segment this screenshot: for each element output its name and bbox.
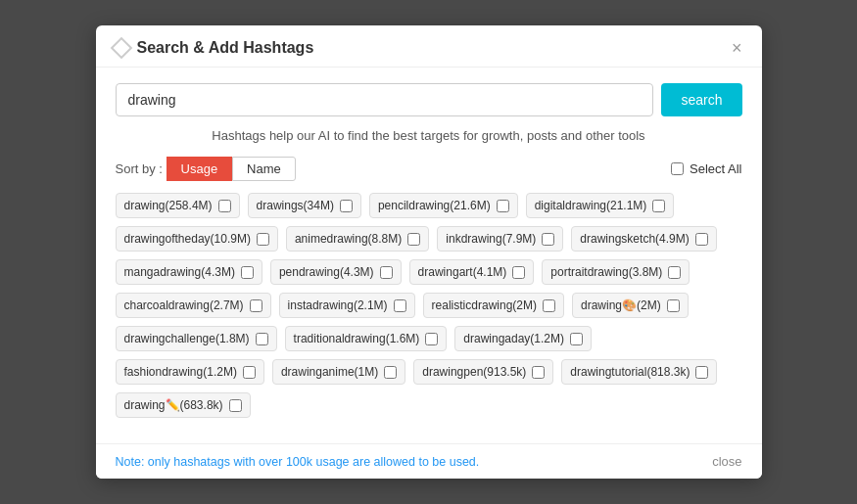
select-all-label: Select All bbox=[690, 161, 741, 176]
hashtag-checkbox[interactable] bbox=[667, 299, 680, 312]
list-item: portraitdrawing(3.8M) bbox=[542, 259, 690, 285]
hashtag-label: drawing🎨(2M) bbox=[581, 298, 661, 312]
hashtag-label: portraitdrawing(3.8M) bbox=[550, 265, 662, 279]
hashtag-checkbox[interactable] bbox=[652, 200, 665, 212]
list-item: drawingtutorial(818.3k) bbox=[561, 359, 717, 385]
hashtag-checkbox[interactable] bbox=[497, 200, 509, 212]
modal-close-button[interactable]: × bbox=[730, 39, 744, 57]
hashtag-checkbox[interactable] bbox=[512, 266, 525, 279]
list-item: inkdrawing(7.9M) bbox=[437, 226, 563, 252]
hashtag-label: drawingart(4.1M) bbox=[418, 265, 507, 279]
hashtag-checkbox[interactable] bbox=[250, 299, 262, 312]
diamond-icon bbox=[110, 37, 132, 60]
list-item: drawingchallenge(1.8M) bbox=[116, 326, 277, 351]
hashtag-checkbox[interactable] bbox=[243, 366, 256, 379]
hashtag-grid: drawing(258.4M)drawings(34M)pencildrawin… bbox=[116, 193, 742, 418]
hashtag-label: drawingaday(1.2M) bbox=[463, 332, 564, 345]
search-input[interactable] bbox=[116, 83, 654, 116]
hashtag-label: drawingoftheday(10.9M) bbox=[124, 232, 251, 246]
hashtag-label: traditionaldrawing(1.6M) bbox=[294, 332, 420, 345]
search-button[interactable]: search bbox=[661, 83, 741, 116]
hashtag-checkbox[interactable] bbox=[394, 299, 406, 312]
hashtag-label: drawingpen(913.5k) bbox=[422, 365, 526, 379]
list-item: pendrawing(4.3M) bbox=[270, 259, 402, 285]
footer-close-button[interactable]: close bbox=[712, 454, 741, 469]
list-item: drawingoftheday(10.9M) bbox=[116, 226, 278, 252]
hashtag-label: drawings(34M) bbox=[257, 199, 334, 212]
list-item: animedrawing(8.8M) bbox=[286, 226, 429, 252]
select-all-checkbox[interactable] bbox=[671, 162, 684, 175]
search-row: search bbox=[116, 83, 742, 116]
list-item: drawings(34M) bbox=[248, 193, 361, 218]
helper-text: Hashtags help our AI to find the best ta… bbox=[116, 128, 742, 143]
hashtag-label: animedrawing(8.8M) bbox=[295, 232, 402, 246]
hashtag-label: charcoaldrawing(2.7M) bbox=[124, 298, 244, 312]
hashtag-checkbox[interactable] bbox=[218, 200, 231, 212]
hashtag-checkbox[interactable] bbox=[256, 333, 268, 345]
hashtag-checkbox[interactable] bbox=[384, 366, 397, 379]
hashtag-checkbox[interactable] bbox=[407, 233, 420, 246]
sort-label: Sort by : bbox=[116, 161, 167, 176]
hashtag-label: drawingtutorial(818.3k) bbox=[570, 365, 690, 379]
list-item: drawingsketch(4.9M) bbox=[571, 226, 716, 252]
hashtag-label: inkdrawing(7.9M) bbox=[446, 232, 536, 246]
select-all-row: Select All bbox=[671, 161, 741, 176]
modal-header: Search & Add Hashtags × bbox=[96, 25, 762, 68]
list-item: charcoaldrawing(2.7M) bbox=[116, 293, 271, 318]
hashtag-label: drawinganime(1M) bbox=[281, 365, 378, 379]
hashtag-checkbox[interactable] bbox=[668, 266, 681, 279]
list-item: realisticdrawing(2M) bbox=[423, 293, 564, 318]
hashtag-label: drawing✏️(683.8k) bbox=[124, 398, 223, 412]
sort-name-button[interactable]: Name bbox=[232, 157, 296, 181]
hashtag-checkbox[interactable] bbox=[542, 233, 554, 246]
footer-note: Note: only hashatags with over 100k usag… bbox=[116, 455, 480, 469]
modal-title-row: Search & Add Hashtags bbox=[114, 39, 314, 57]
list-item: digitaldrawing(21.1M) bbox=[526, 193, 675, 218]
list-item: mangadrawing(4.3M) bbox=[116, 259, 262, 285]
hashtag-label: mangadrawing(4.3M) bbox=[124, 265, 235, 279]
modal-body: search Hashtags help our AI to find the … bbox=[96, 68, 762, 443]
list-item: drawing(258.4M) bbox=[116, 193, 240, 218]
hashtag-label: instadrawing(2.1M) bbox=[288, 298, 388, 312]
sort-usage-button[interactable]: Usage bbox=[167, 157, 233, 181]
list-item: drawingaday(1.2M) bbox=[454, 326, 592, 351]
list-item: traditionaldrawing(1.6M) bbox=[285, 326, 448, 351]
modal-footer: Note: only hashatags with over 100k usag… bbox=[96, 443, 762, 479]
hashtag-label: drawingchallenge(1.8M) bbox=[124, 332, 250, 345]
list-item: fashiondrawing(1.2M) bbox=[116, 359, 264, 385]
hashtag-checkbox[interactable] bbox=[380, 266, 393, 279]
list-item: drawingart(4.1M) bbox=[409, 259, 535, 285]
modal: Search & Add Hashtags × search Hashtags … bbox=[96, 25, 762, 479]
hashtag-checkbox[interactable] bbox=[229, 399, 242, 412]
hashtag-checkbox[interactable] bbox=[340, 200, 353, 212]
hashtag-checkbox[interactable] bbox=[425, 333, 438, 345]
hashtag-label: fashiondrawing(1.2M) bbox=[124, 365, 237, 379]
hashtag-checkbox[interactable] bbox=[532, 366, 545, 379]
modal-title: Search & Add Hashtags bbox=[137, 39, 314, 57]
hashtag-label: realisticdrawing(2M) bbox=[432, 298, 537, 312]
hashtag-label: drawing(258.4M) bbox=[124, 199, 213, 212]
hashtag-label: drawingsketch(4.9M) bbox=[580, 232, 689, 246]
list-item: pencildrawing(21.6M) bbox=[369, 193, 518, 218]
modal-overlay: Search & Add Hashtags × search Hashtags … bbox=[0, 0, 857, 504]
list-item: instadrawing(2.1M) bbox=[279, 293, 415, 318]
list-item: drawing🎨(2M) bbox=[572, 293, 689, 318]
hashtag-label: pencildrawing(21.6M) bbox=[378, 199, 491, 212]
list-item: drawinganime(1M) bbox=[272, 359, 405, 385]
hashtag-checkbox[interactable] bbox=[241, 266, 254, 279]
sort-row: Sort by : UsageName Select All bbox=[116, 157, 742, 181]
list-item: drawingpen(913.5k) bbox=[413, 359, 553, 385]
hashtag-label: pendrawing(4.3M) bbox=[279, 265, 374, 279]
hashtag-checkbox[interactable] bbox=[257, 233, 269, 246]
hashtag-label: digitaldrawing(21.1M) bbox=[535, 199, 647, 212]
hashtag-checkbox[interactable] bbox=[695, 233, 708, 246]
sort-label-area: Sort by : UsageName bbox=[116, 157, 296, 181]
hashtag-checkbox[interactable] bbox=[695, 366, 708, 379]
hashtag-checkbox[interactable] bbox=[543, 299, 555, 312]
list-item: drawing✏️(683.8k) bbox=[116, 392, 251, 418]
hashtag-checkbox[interactable] bbox=[570, 333, 583, 345]
